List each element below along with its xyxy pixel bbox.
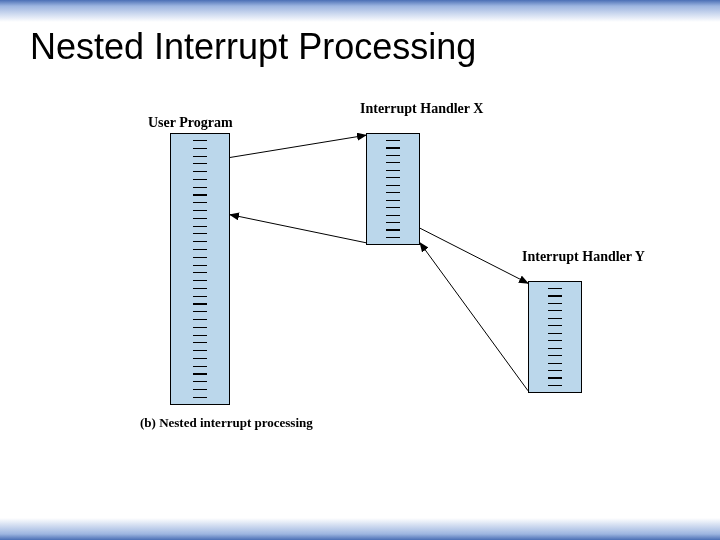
slide: Nested Interrupt Processing User Program… xyxy=(0,0,720,540)
diagram: User Program Interrupt Handler X Interru… xyxy=(110,95,610,465)
arrows xyxy=(110,95,610,465)
caption: (b) Nested interrupt processing xyxy=(140,415,313,431)
flow-arrow xyxy=(230,135,366,157)
flow-arrow xyxy=(420,243,528,391)
flow-arrow xyxy=(230,215,366,243)
flow-arrow xyxy=(420,228,528,283)
page-title: Nested Interrupt Processing xyxy=(30,26,476,68)
